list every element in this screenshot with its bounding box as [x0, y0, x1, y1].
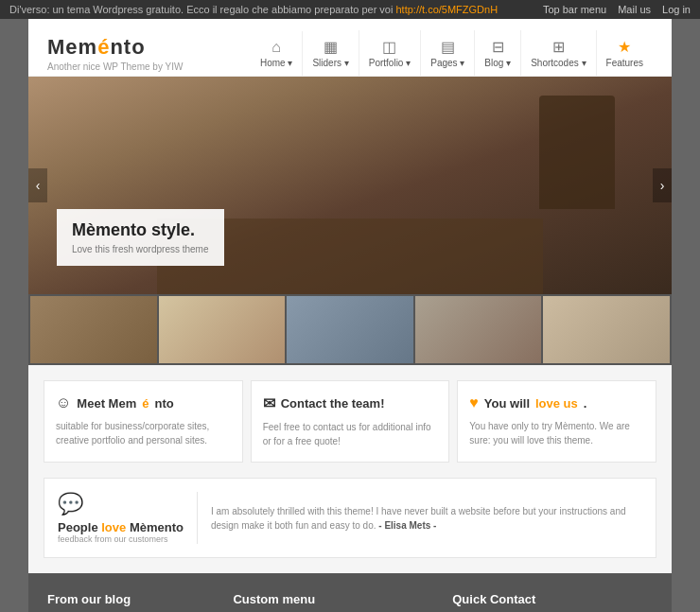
footer-blog-title: From our blog — [47, 592, 214, 606]
footer-blog-col: From our blog 2 May 2012 Another great a… — [47, 592, 214, 612]
nav-shortcodes-label: Shortcodes ▾ — [531, 58, 586, 68]
footer-contact-title: Quick Contact — [452, 592, 653, 606]
feature-love-title: ♥ You will love us. — [469, 394, 644, 411]
slider-prev-button[interactable]: ‹ — [28, 168, 47, 202]
main-wrapper: Meménto Another nice WP Theme by YIW ⌂ H… — [28, 19, 672, 612]
feature-contact-desc: Feel free to contact us for additional i… — [263, 420, 438, 448]
hero-subtitle: Love this fresh wordpress theme — [72, 244, 209, 254]
footer-menu-col: Custom menu Blog Pages Testimonials Slid… — [233, 592, 433, 612]
home-icon: ⌂ — [271, 39, 281, 56]
nav-home[interactable]: ⌂ Home ▾ — [251, 31, 303, 76]
nav-blog-label: Blog ▾ — [484, 58, 511, 68]
top-bar: Di'verso: un tema Wordpress gratuito. Ec… — [0, 0, 700, 19]
logo-title: Meménto — [47, 35, 183, 60]
sliders-icon: ▦ — [324, 38, 338, 56]
testimonial-author: - Elisa Mets - — [378, 520, 436, 531]
top-bar-link[interactable]: http://t.co/5MFZGDnH — [396, 4, 499, 15]
nav-features[interactable]: ★ Features — [597, 30, 653, 76]
features-icon: ★ — [618, 38, 631, 56]
hero-title: Mèmento style. — [72, 220, 209, 240]
feature-meet-desc: suitable for business/corporate sites, c… — [56, 419, 231, 447]
hero-section: Mèmento style. Love this fresh wordpress… — [28, 77, 672, 294]
feature-box-meet: ☺ Meet Meménto suitable for business/cor… — [44, 380, 243, 463]
site-header: Meménto Another nice WP Theme by YIW ⌂ H… — [28, 19, 672, 77]
pages-icon: ▤ — [441, 38, 455, 56]
top-bar-message: Di'verso: un tema Wordpress gratuito. Ec… — [9, 4, 498, 15]
thumb-3[interactable] — [287, 296, 413, 363]
speech-bubble-icon: 💬 — [58, 492, 184, 516]
feature-love-desc: You have only to try Mèmento. We are sur… — [469, 419, 644, 447]
nav-portfolio-label: Portfolio ▾ — [369, 58, 411, 68]
login-button[interactable]: Log in — [662, 4, 691, 15]
logo-accent: é — [97, 35, 110, 59]
mail-us-button[interactable]: Mail us — [618, 4, 651, 15]
testimonial-label: 💬 People love Mèmento feedback from our … — [58, 492, 184, 544]
envelope-icon: ✉ — [263, 394, 275, 412]
nav-sliders-label: Sliders ▾ — [312, 58, 348, 68]
testimonial-title: People love Mèmento — [58, 520, 184, 534]
thumb-5[interactable] — [543, 296, 670, 363]
blog-icon: ⊟ — [492, 38, 504, 56]
smiley-icon: ☺ — [56, 394, 71, 411]
slider-next-button[interactable]: › — [653, 168, 672, 202]
logo-tagline: Another nice WP Theme by YIW — [47, 61, 183, 72]
testimonial-bar: 💬 People love Mèmento feedback from our … — [28, 470, 672, 573]
feature-box-contact: ✉ Contact the team! Feel free to contact… — [251, 380, 450, 463]
top-bar-nav: Top bar menu Mail us Log in — [543, 4, 691, 15]
feature-boxes: ☺ Meet Meménto suitable for business/cor… — [28, 365, 672, 470]
thumb-4[interactable] — [415, 296, 542, 363]
nav-pages[interactable]: ▤ Pages ▾ — [421, 30, 475, 76]
hero-overlay: Mèmento style. Love this fresh wordpress… — [57, 209, 224, 266]
testimonial-feedback-label: feedback from our customers — [58, 534, 184, 544]
testimonial-quote: I am absolutely thrilled with this theme… — [211, 504, 642, 533]
thumb-2[interactable] — [159, 296, 286, 363]
shortcodes-icon: ⊞ — [552, 38, 565, 56]
nav-portfolio[interactable]: ◫ Portfolio ▾ — [359, 30, 421, 76]
chevron-right-icon: › — [660, 178, 665, 193]
nav-features-label: Features — [606, 58, 643, 68]
nav-sliders[interactable]: ▦ Sliders ▾ — [303, 30, 359, 76]
testimonial-inner: 💬 People love Mèmento feedback from our … — [44, 478, 656, 558]
feature-box-love: ♥ You will love us. You have only to try… — [457, 380, 656, 463]
feature-contact-title: ✉ Contact the team! — [263, 394, 438, 412]
footer-menu-title: Custom menu — [233, 592, 433, 606]
top-bar-nav-label: Top bar menu — [543, 4, 606, 15]
footer-contact-col: Quick Contact 👤 ✉ ✓ send message — [452, 592, 653, 612]
chevron-left-icon: ‹ — [36, 178, 41, 193]
main-nav: ⌂ Home ▾ ▦ Sliders ▾ ◫ Portfolio ▾ ▤ Pag… — [251, 30, 653, 76]
thumbnails-strip — [28, 294, 672, 365]
feature-meet-title: ☺ Meet Meménto — [56, 394, 231, 411]
nav-shortcodes[interactable]: ⊞ Shortcodes ▾ — [521, 30, 596, 76]
heart-icon: ♥ — [469, 394, 479, 411]
nav-home-label: Home ▾ — [260, 58, 292, 68]
site-logo: Meménto Another nice WP Theme by YIW — [47, 35, 183, 72]
footer-area: From our blog 2 May 2012 Another great a… — [28, 573, 672, 612]
testimonial-divider — [197, 492, 198, 544]
thumb-1[interactable] — [30, 296, 157, 363]
portfolio-icon: ◫ — [382, 38, 396, 56]
nav-pages-label: Pages ▾ — [430, 58, 464, 68]
nav-blog[interactable]: ⊟ Blog ▾ — [475, 30, 521, 76]
